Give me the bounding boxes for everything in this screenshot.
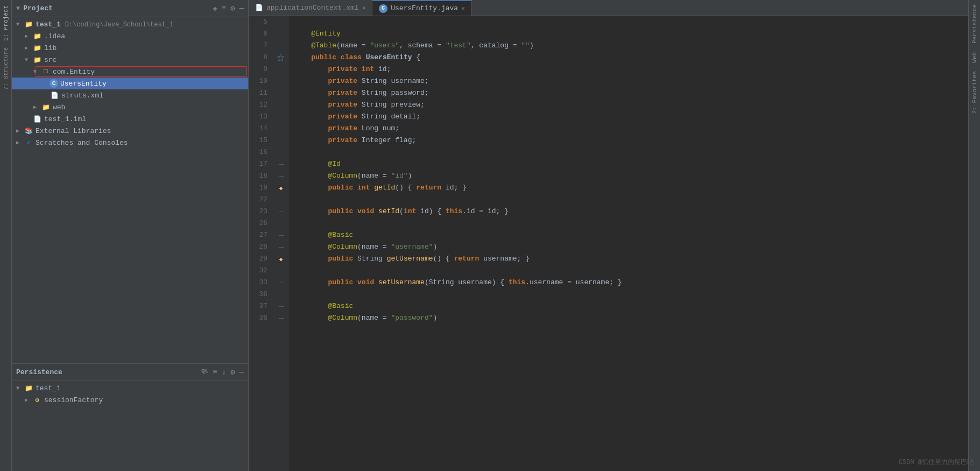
code-line-6: @Entity <box>294 28 963 40</box>
tree-label-idea: .idea <box>44 32 65 40</box>
gutter-26 <box>273 217 289 229</box>
project-minimize-icon[interactable]: — <box>239 4 244 13</box>
tree-item-users-entity[interactable]: C UsersEntity <box>12 78 248 89</box>
line-num-12: 12 <box>254 99 267 111</box>
tree-item-ext-libs[interactable]: ▶ 📚 External Libraries <box>12 125 248 137</box>
left-side-tabs: 1: Project 7: Structure <box>0 0 12 471</box>
project-panel-title: Project <box>23 4 53 12</box>
project-panel-header: ▼ Project ✚ ≡ ⚙ — <box>12 0 248 17</box>
gutter-13 <box>273 111 289 123</box>
folder-icon-persistence-test1: 📁 <box>24 384 33 392</box>
tree-item-persistence-test1[interactable]: ▼ 📁 test_1 <box>12 382 248 394</box>
line-num-9: 9 <box>254 64 267 75</box>
tree-item-lib[interactable]: ▶ 📁 lib <box>12 42 248 54</box>
tab-label-users-entity: UsersEntity.java <box>391 4 458 12</box>
tab-close-application-context[interactable]: ✕ <box>362 4 366 11</box>
gutter-27: ⸻ <box>273 229 289 241</box>
code-line-22 <box>294 194 963 206</box>
tree-label-session-factory: sessionFactory <box>44 396 103 404</box>
tab-users-entity[interactable]: C UsersEntity.java ✕ <box>372 0 471 16</box>
code-line-37: @Basic <box>294 300 963 312</box>
tree-label-users-entity: UsersEntity <box>60 80 107 88</box>
gutter-14 <box>273 123 289 135</box>
tree-label-web: web <box>53 103 65 111</box>
persistence-panel-title: Persistence <box>16 368 62 376</box>
persistence-list-icon[interactable]: ≡ <box>213 368 217 377</box>
tab-close-users-entity[interactable]: ✕ <box>461 5 465 12</box>
project-header-icons: ✚ ≡ ⚙ — <box>213 4 244 13</box>
folder-icon-web: 📁 <box>41 103 51 111</box>
persistence-settings-icon[interactable]: ⚙ <box>230 368 235 377</box>
gutter-18: ⸻ <box>273 170 289 182</box>
code-line-8: public class UsersEntity { <box>294 52 963 64</box>
watermark: CSDN @抓住努力的尾巴吧 <box>899 458 974 467</box>
structure-tab-vertical[interactable]: 7: Structure <box>1 44 11 93</box>
gutter-29[interactable]: ◆ <box>273 253 289 265</box>
tree-item-test1-iml[interactable]: 📄 test_1.iml <box>12 113 248 125</box>
code-line-9: private int id; <box>294 64 963 75</box>
code-content[interactable]: @Entity @Table(name = "users", schema = … <box>289 16 968 471</box>
line-num-18: 18 <box>254 170 267 182</box>
gutter-19[interactable]: ◆ <box>273 182 289 194</box>
ext-libs-icon: 📚 <box>24 127 33 135</box>
tree-item-src[interactable]: ▼ 📁 src <box>12 54 248 66</box>
gutter-38: ⸻ <box>273 312 289 324</box>
folder-icon-test1: 📁 <box>24 20 33 29</box>
persistence-minimize-icon[interactable]: — <box>239 368 244 377</box>
tab-application-context[interactable]: 📄 applicationContext.xml ✕ <box>249 0 372 16</box>
tree-item-session-factory[interactable]: ▶ ⚙ sessionFactory <box>12 394 248 406</box>
line-num-17: 17 <box>254 158 267 170</box>
project-tree: ▼ 📁 test_1 D:\coding\Java_School\test_1 … <box>12 17 248 363</box>
tree-item-struts-xml[interactable]: 📄 struts.xml <box>12 89 248 101</box>
code-line-23: public void setId(int id) { this.id = id… <box>294 206 963 217</box>
tree-item-web[interactable]: ▶ 📁 web <box>12 101 248 113</box>
line-num-11: 11 <box>254 87 267 99</box>
line-num-33: 33 <box>254 277 267 289</box>
code-line-10: private String username; <box>294 75 963 87</box>
gutter-22 <box>273 194 289 206</box>
line-num-19: 19 <box>254 182 267 194</box>
code-line-16 <box>294 146 963 158</box>
editor-area: 📄 applicationContext.xml ✕ C UsersEntity… <box>249 0 968 471</box>
project-tab-vertical[interactable]: 1: Project <box>1 2 11 44</box>
tree-label-scratches: Scratches and Consoles <box>36 139 128 147</box>
web-right-tab[interactable]: Web <box>970 48 979 67</box>
line-num-28: 28 <box>254 241 267 253</box>
tree-item-idea[interactable]: ▶ 📁 .idea <box>12 30 248 42</box>
tree-arrow-ext-libs: ▶ <box>16 128 24 134</box>
project-add-icon[interactable]: ✚ <box>213 4 217 13</box>
tree-label-persistence-test1: test_1 <box>36 384 61 392</box>
code-line-12: private String preview; <box>294 99 963 111</box>
tree-item-test1[interactable]: ▼ 📁 test_1 D:\coding\Java_School\test_1 <box>12 18 248 30</box>
gutter-12 <box>273 99 289 111</box>
persistence-tree: ▼ 📁 test_1 ▶ ⚙ sessionFactory <box>12 381 248 471</box>
tree-arrow-scratches: ▶ <box>16 139 24 146</box>
line-num-10: 10 <box>254 75 267 87</box>
tab-label-application-context: applicationContext.xml <box>266 4 359 12</box>
iml-icon: 📄 <box>32 115 42 123</box>
line-num-6: 6 <box>254 28 267 40</box>
gutter-10 <box>273 75 289 87</box>
persistence-ql-icon[interactable]: QL <box>201 368 208 377</box>
project-list-icon[interactable]: ≡ <box>222 4 226 13</box>
tree-item-com-entity[interactable]: ▼ □ com.Entity <box>12 66 248 78</box>
tree-item-scratches[interactable]: ▶ ✐ Scratches and Consoles <box>12 137 248 149</box>
gutter-6 <box>273 28 289 40</box>
gutter-16 <box>273 146 289 158</box>
gutter-33: ⸻ <box>273 277 289 289</box>
line-num-8: 8 <box>254 52 267 64</box>
folder-icon-lib: 📁 <box>32 44 42 52</box>
persistence-sort-icon[interactable]: ⇃ <box>222 368 226 377</box>
code-line-26 <box>294 217 963 229</box>
line-num-23: 23 <box>254 206 267 217</box>
gutter-8[interactable]: ⚝ <box>273 52 289 64</box>
favorites-right-tab[interactable]: 2: Favorites <box>970 67 979 118</box>
persistence-right-tab[interactable]: Persistence <box>970 0 979 48</box>
project-settings-icon[interactable]: ⚙ <box>230 4 235 13</box>
tree-label-src: src <box>44 56 57 64</box>
line-num-38: 38 <box>254 312 267 324</box>
line-num-16: 16 <box>254 146 267 158</box>
code-line-29: public String getUsername() { return use… <box>294 253 963 265</box>
line-num-37: 37 <box>254 300 267 312</box>
scratches-icon: ✐ <box>24 139 33 147</box>
